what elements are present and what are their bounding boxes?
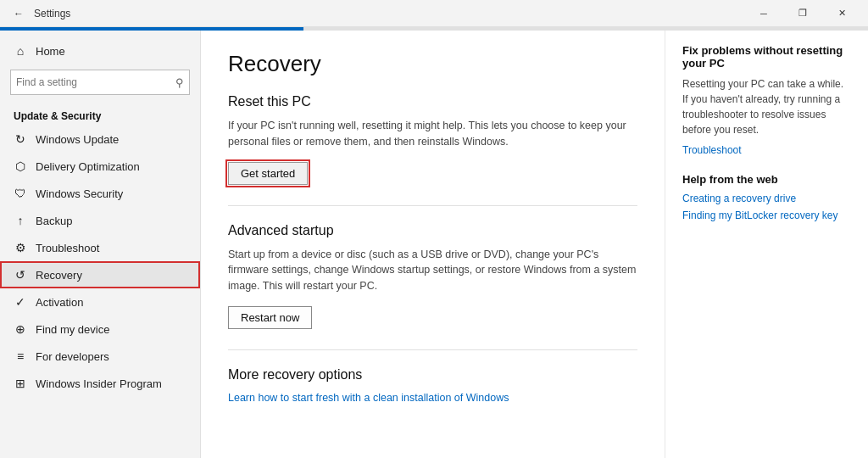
clean-install-link[interactable]: Learn how to start fresh with a clean in… <box>228 392 509 404</box>
sidebar-item-label: Delivery Optimization <box>36 160 140 173</box>
sidebar-item-label: Find my device <box>36 323 109 336</box>
search-input[interactable] <box>16 76 175 88</box>
app-title: Settings <box>34 8 744 20</box>
reset-section-title: Reset this PC <box>228 94 637 109</box>
maximize-button[interactable]: ❐ <box>783 0 822 27</box>
sidebar-item-backup[interactable]: ↑ Backup <box>0 207 200 234</box>
app-body: ⌂ Home ⚲ Update & Security ↻ Windows Upd… <box>0 31 868 458</box>
advanced-section-title: Advanced startup <box>228 223 637 238</box>
fix-section-desc: Resetting your PC can take a while. If y… <box>682 76 851 137</box>
backup-icon: ↑ <box>14 214 27 227</box>
recovery-icon: ↺ <box>14 268 27 282</box>
progress-bar <box>0 27 868 31</box>
security-icon: 🛡 <box>14 187 27 200</box>
sidebar-item-windows-insider[interactable]: ⊞ Windows Insider Program <box>0 370 200 397</box>
sidebar-item-label: Troubleshoot <box>36 242 99 254</box>
more-options-title: More recovery options <box>228 367 637 383</box>
progress-fill <box>0 27 303 31</box>
bitlocker-key-link[interactable]: Finding my BitLocker recovery key <box>682 209 851 221</box>
minimize-button[interactable]: ─ <box>744 0 783 27</box>
window-controls: ─ ❐ ✕ <box>744 0 861 27</box>
troubleshoot-icon: ⚙ <box>14 241 27 254</box>
right-panel: Fix problems without resetting your PC R… <box>665 31 868 458</box>
page-title: Recovery <box>228 51 637 77</box>
sidebar-item-activation[interactable]: ✓ Activation <box>0 288 200 316</box>
sidebar-item-label: For developers <box>36 350 109 363</box>
sidebar-item-label: Windows Update <box>36 133 119 146</box>
find-device-icon: ⊕ <box>14 322 27 336</box>
search-box[interactable]: ⚲ <box>10 70 190 95</box>
sidebar-item-windows-security[interactable]: 🛡 Windows Security <box>0 180 200 207</box>
close-button[interactable]: ✕ <box>822 0 861 27</box>
fix-section-title: Fix problems without resetting your PC <box>682 44 851 70</box>
sidebar-item-label: Recovery <box>36 269 82 282</box>
main-content: Recovery Reset this PC If your PC isn't … <box>201 31 665 458</box>
search-icon: ⚲ <box>175 76 184 89</box>
restart-now-button[interactable]: Restart now <box>228 306 312 329</box>
creating-recovery-drive-link[interactable]: Creating a recovery drive <box>682 193 851 204</box>
divider-2 <box>228 349 637 350</box>
sidebar-item-label: Windows Security <box>36 187 123 200</box>
sidebar-item-recovery[interactable]: ↺ Recovery <box>0 261 200 288</box>
advanced-section-desc: Start up from a device or disc (such as … <box>228 247 637 294</box>
help-section-title: Help from the web <box>682 173 851 186</box>
help-from-web-section: Help from the web Creating a recovery dr… <box>682 173 851 221</box>
sidebar-item-for-developers[interactable]: ≡ For developers <box>0 343 200 370</box>
delivery-icon: ⬡ <box>14 159 27 173</box>
developers-icon: ≡ <box>14 349 27 363</box>
reset-section-desc: If your PC isn't running well, resetting… <box>228 118 637 150</box>
sidebar-item-label: Windows Insider Program <box>36 377 162 390</box>
sidebar-category: Update & Security <box>0 103 200 126</box>
fix-problems-section: Fix problems without resetting your PC R… <box>682 44 851 156</box>
sidebar-item-windows-update[interactable]: ↻ Windows Update <box>0 126 200 153</box>
back-button[interactable]: ← <box>7 2 31 25</box>
update-icon: ↻ <box>14 132 27 146</box>
sidebar-item-label: Backup <box>36 215 72 227</box>
activation-icon: ✓ <box>14 295 27 309</box>
home-icon: ⌂ <box>14 44 27 58</box>
sidebar-item-troubleshoot[interactable]: ⚙ Troubleshoot <box>0 234 200 261</box>
sidebar-item-home[interactable]: ⌂ Home <box>0 37 200 64</box>
sidebar: ⌂ Home ⚲ Update & Security ↻ Windows Upd… <box>0 31 201 458</box>
sidebar-item-delivery-optimization[interactable]: ⬡ Delivery Optimization <box>0 153 200 180</box>
get-started-button[interactable]: Get started <box>228 162 308 185</box>
sidebar-item-find-my-device[interactable]: ⊕ Find my device <box>0 316 200 343</box>
title-bar: ← Settings ─ ❐ ✕ <box>0 0 868 27</box>
sidebar-home-label: Home <box>36 45 65 58</box>
insider-icon: ⊞ <box>14 377 27 390</box>
troubleshoot-link[interactable]: Troubleshoot <box>682 144 851 156</box>
divider-1 <box>228 205 637 206</box>
sidebar-item-label: Activation <box>36 296 83 309</box>
